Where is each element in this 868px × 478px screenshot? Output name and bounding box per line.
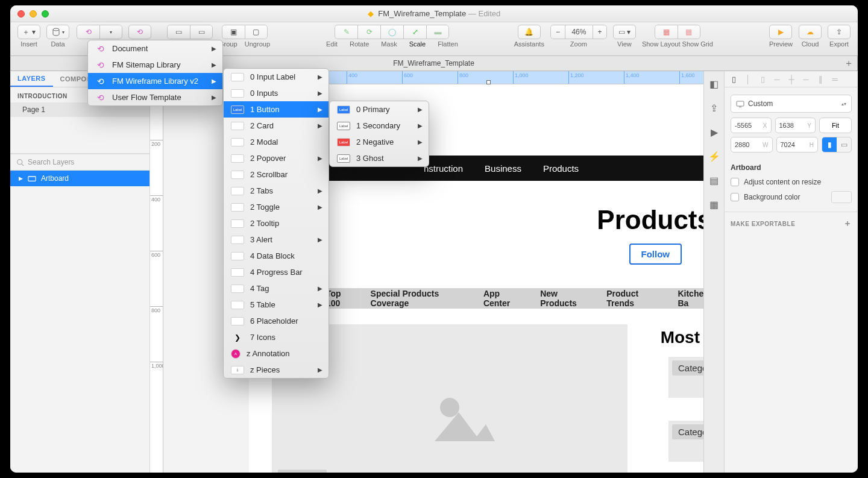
align-hcenter-icon[interactable]: │: [743, 74, 753, 84]
align-top-icon[interactable]: ─: [772, 74, 782, 84]
menu-item[interactable]: ⟲FM Wireframe Library v2▶: [88, 73, 222, 89]
mask-button[interactable]: ◯: [380, 25, 403, 39]
orientation-toggle[interactable]: ▮ ▭: [822, 137, 852, 153]
search-placeholder: Search Layers: [28, 158, 74, 166]
assistants-button[interactable]: 🔔: [518, 25, 541, 39]
distribute-v-icon[interactable]: ═: [829, 74, 840, 84]
upload-icon[interactable]: ⇪: [706, 100, 722, 116]
align-vcenter-icon[interactable]: ┼: [786, 74, 797, 84]
menu-item[interactable]: 2 Tabs▶: [224, 183, 329, 199]
w-field[interactable]: 2880W: [731, 137, 773, 153]
menu-item[interactable]: Label0 Primary▶: [330, 101, 429, 118]
menu-item[interactable]: 2 Scrollbar: [224, 166, 329, 183]
menu-item[interactable]: Az Annotation: [224, 345, 329, 362]
menu-item[interactable]: 2 Popover▶: [224, 150, 329, 166]
menu-item[interactable]: 3 Alert▶: [224, 231, 329, 248]
menu-item[interactable]: Label3 Ghost▶: [330, 150, 429, 166]
align-left-icon[interactable]: ▯: [728, 74, 739, 84]
artboard-section-label: Artboard: [725, 156, 858, 175]
cloud-button[interactable]: ☁: [799, 25, 822, 39]
forward-button[interactable]: ▭: [167, 25, 190, 39]
y-field[interactable]: 1638Y: [775, 118, 816, 133]
preview-button[interactable]: ▶: [769, 25, 792, 39]
symbol-create-button[interactable]: ⟲: [77, 25, 99, 39]
library-menu[interactable]: ⟲Document▶⟲FM Sitemap Library▶⟲FM Wirefr…: [87, 40, 223, 106]
show-layout-button[interactable]: ▦: [655, 25, 678, 39]
subnav-item: App Center: [483, 289, 523, 308]
zoom-out-button[interactable]: −: [550, 25, 565, 39]
nav-item: Products: [543, 163, 579, 174]
rotate-button[interactable]: ⟳: [357, 25, 380, 39]
close-window-button[interactable]: [17, 10, 25, 17]
distribute-h-icon[interactable]: ‖: [815, 74, 826, 84]
svg-line-2: [22, 163, 24, 165]
checkbox[interactable]: [731, 193, 739, 201]
menu-item[interactable]: Label1 Secondary▶: [330, 118, 429, 134]
menu-item[interactable]: 0 Input Label▶: [224, 69, 329, 85]
grid-icon[interactable]: ▦: [706, 197, 722, 212]
fit-button[interactable]: Fit: [819, 118, 852, 133]
menu-item[interactable]: 6 Placeholder: [224, 313, 329, 329]
align-bottom-icon[interactable]: ─: [800, 74, 811, 84]
x-field[interactable]: -5565X: [731, 118, 772, 133]
button-variants-menu[interactable]: Label0 Primary▶Label1 Secondary▶Label2 N…: [329, 101, 429, 167]
menu-item[interactable]: 0 Inputs▶: [224, 85, 329, 101]
artboard-row[interactable]: ▶ Artboard: [10, 171, 149, 186]
resize-handle[interactable]: [486, 80, 491, 84]
background-color-row[interactable]: Background color: [725, 189, 858, 206]
add-tab-button[interactable]: ＋: [842, 57, 855, 69]
chevron-right-icon: ▶: [318, 74, 322, 80]
menu-item[interactable]: 4 Progress Bar: [224, 264, 329, 280]
minimize-window-button[interactable]: [30, 10, 37, 17]
menu-item[interactable]: 4 Data Block: [224, 248, 329, 264]
library-components-menu[interactable]: 0 Input Label▶0 Inputs▶Label1 Button▶2 C…: [223, 68, 329, 379]
menu-item[interactable]: 2 Card▶: [224, 118, 329, 134]
database-icon: [51, 27, 61, 37]
portrait-icon[interactable]: ▮: [822, 137, 837, 152]
size-preset[interactable]: Custom ▴▾: [731, 95, 852, 113]
color-swatch[interactable]: [831, 191, 852, 203]
menu-item[interactable]: 5 Table▶: [224, 297, 329, 313]
menu-item[interactable]: 1z Pieces▶: [224, 362, 329, 378]
edit-button[interactable]: ✎: [335, 25, 357, 39]
menu-item[interactable]: ⟲User Flow Template▶: [88, 89, 222, 105]
menu-item[interactable]: ⟲FM Sitemap Library▶: [88, 57, 222, 73]
menu-item[interactable]: ❯7 Icons: [224, 329, 329, 345]
ruler-vertical[interactable]: 2004006008001,000: [150, 84, 163, 473]
view-button[interactable]: ▭ ▾: [613, 25, 636, 39]
show-grid-button[interactable]: ▦: [678, 25, 700, 39]
scale-button[interactable]: ⤢: [403, 25, 426, 39]
menu-item[interactable]: Label1 Button▶: [224, 101, 329, 118]
menu-item[interactable]: 2 Tooltip: [224, 215, 329, 231]
landscape-icon[interactable]: ▭: [837, 137, 851, 152]
h-field[interactable]: 7024H: [776, 137, 819, 153]
maximize-window-button[interactable]: [42, 10, 49, 17]
menu-item[interactable]: 4 Tag▶: [224, 280, 329, 297]
data-button[interactable]: ▾: [46, 25, 69, 39]
search-layers[interactable]: Search Layers: [10, 154, 149, 171]
components-panel-icon[interactable]: ◧: [706, 76, 722, 92]
group-button[interactable]: ▣: [222, 25, 245, 39]
backward-button[interactable]: ▭: [190, 25, 213, 39]
symbol-send-button[interactable]: ⟲: [128, 25, 151, 39]
checkbox[interactable]: [731, 178, 739, 186]
tab-layers[interactable]: LAYERS: [10, 71, 53, 87]
menu-item[interactable]: 2 Toggle▶: [224, 199, 329, 215]
menu-item[interactable]: 2 Modal: [224, 134, 329, 150]
zoom-value[interactable]: 46%: [565, 25, 593, 39]
ungroup-button[interactable]: ▢: [245, 25, 268, 39]
export-button[interactable]: ⇪: [828, 25, 851, 39]
adjust-on-resize-row[interactable]: Adjust content on resize: [725, 175, 858, 189]
insert-button[interactable]: ＋ ▾: [17, 25, 40, 39]
history-icon[interactable]: ▤: [706, 172, 722, 188]
add-export-button[interactable]: ＋: [843, 218, 852, 229]
flatten-button[interactable]: ▬: [426, 25, 449, 39]
menu-item[interactable]: ⟲Document▶: [88, 40, 222, 57]
align-right-icon[interactable]: ▯: [757, 74, 768, 84]
zoom-in-button[interactable]: +: [593, 25, 607, 39]
bgcolor-label: Background color: [744, 193, 800, 201]
play-icon[interactable]: ▶: [706, 124, 722, 140]
bolt-icon[interactable]: ⚡: [706, 148, 722, 164]
menu-item[interactable]: Label2 Negative▶: [330, 134, 429, 150]
symbol-detach-button[interactable]: ▾: [99, 25, 122, 39]
